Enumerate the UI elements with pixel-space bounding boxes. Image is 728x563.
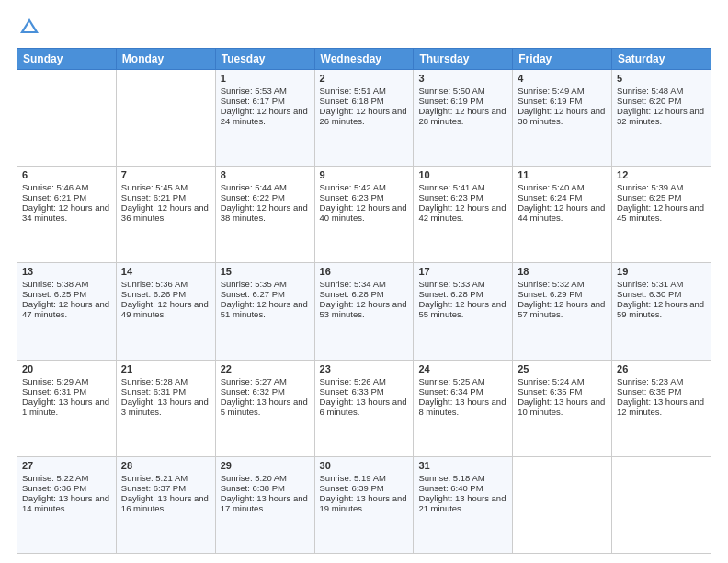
day-info: Sunrise: 5:44 AM: [221, 182, 310, 192]
calendar-cell: 21Sunrise: 5:28 AMSunset: 6:31 PMDayligh…: [116, 360, 215, 456]
day-info: Sunset: 6:17 PM: [221, 96, 310, 106]
calendar-cell: 20Sunrise: 5:29 AMSunset: 6:31 PMDayligh…: [17, 360, 117, 456]
calendar-cell: 7Sunrise: 5:45 AMSunset: 6:21 PMDaylight…: [116, 167, 215, 263]
day-number: 17: [418, 266, 507, 277]
calendar-cell: [612, 456, 711, 553]
calendar-week-row: 1Sunrise: 5:53 AMSunset: 6:17 PMDaylight…: [17, 70, 711, 167]
day-info: Daylight: 12 hours and 47 minutes.: [22, 299, 111, 319]
calendar-cell: 26Sunrise: 5:23 AMSunset: 6:35 PMDayligh…: [612, 360, 711, 456]
day-number: 29: [221, 460, 310, 471]
day-number: 20: [22, 363, 111, 374]
calendar-cell: 2Sunrise: 5:51 AMSunset: 6:18 PMDaylight…: [314, 70, 414, 167]
day-info: Daylight: 13 hours and 12 minutes.: [617, 396, 706, 417]
day-info: Sunset: 6:26 PM: [121, 289, 210, 299]
day-info: Sunrise: 5:36 AM: [121, 279, 210, 289]
day-info: Daylight: 12 hours and 38 minutes.: [221, 202, 310, 223]
day-number: 25: [518, 363, 607, 374]
day-info: Sunset: 6:20 PM: [617, 96, 706, 106]
day-info: Daylight: 12 hours and 30 minutes.: [518, 106, 607, 126]
day-number: 12: [617, 169, 706, 180]
day-info: Daylight: 12 hours and 36 minutes.: [121, 202, 210, 223]
header: [17, 15, 711, 40]
day-info: Sunset: 6:34 PM: [418, 386, 507, 396]
day-info: Sunset: 6:37 PM: [121, 483, 210, 493]
day-info: Daylight: 13 hours and 3 minutes.: [121, 396, 210, 417]
day-number: 10: [418, 169, 507, 180]
calendar-cell: 18Sunrise: 5:32 AMSunset: 6:29 PMDayligh…: [513, 263, 612, 360]
day-info: Sunset: 6:39 PM: [320, 483, 409, 493]
day-info: Sunrise: 5:19 AM: [320, 473, 409, 483]
day-info: Sunset: 6:23 PM: [320, 192, 409, 202]
day-info: Sunrise: 5:33 AM: [418, 279, 507, 289]
day-number: 31: [418, 460, 507, 471]
day-number: 24: [418, 363, 507, 374]
day-info: Sunrise: 5:20 AM: [221, 473, 310, 483]
calendar-cell: 4Sunrise: 5:49 AMSunset: 6:19 PMDaylight…: [513, 70, 612, 167]
day-number: 1: [221, 73, 310, 84]
day-info: Sunset: 6:31 PM: [22, 386, 111, 396]
day-info: Daylight: 12 hours and 45 minutes.: [617, 202, 706, 223]
day-number: 14: [121, 266, 210, 277]
calendar-cell: 17Sunrise: 5:33 AMSunset: 6:28 PMDayligh…: [414, 263, 513, 360]
day-info: Sunset: 6:35 PM: [617, 386, 706, 396]
calendar-cell: 1Sunrise: 5:53 AMSunset: 6:17 PMDaylight…: [215, 70, 314, 167]
calendar-cell: 22Sunrise: 5:27 AMSunset: 6:32 PMDayligh…: [215, 360, 314, 456]
col-tuesday: Tuesday: [215, 49, 314, 70]
day-info: Daylight: 13 hours and 1 minute.: [22, 396, 111, 417]
col-monday: Monday: [116, 49, 215, 70]
day-info: Sunrise: 5:42 AM: [320, 182, 409, 192]
day-info: Sunset: 6:19 PM: [518, 96, 607, 106]
calendar-cell: 11Sunrise: 5:40 AMSunset: 6:24 PMDayligh…: [513, 167, 612, 263]
day-info: Sunrise: 5:21 AM: [121, 473, 210, 483]
day-info: Sunset: 6:19 PM: [418, 96, 507, 106]
day-info: Sunset: 6:22 PM: [221, 192, 310, 202]
calendar-cell: 13Sunrise: 5:38 AMSunset: 6:25 PMDayligh…: [17, 263, 117, 360]
calendar-week-row: 13Sunrise: 5:38 AMSunset: 6:25 PMDayligh…: [17, 263, 711, 360]
day-info: Daylight: 12 hours and 28 minutes.: [418, 106, 507, 126]
day-number: 27: [22, 460, 111, 471]
calendar-cell: 12Sunrise: 5:39 AMSunset: 6:25 PMDayligh…: [612, 167, 711, 263]
day-info: Daylight: 12 hours and 53 minutes.: [320, 299, 409, 319]
day-number: 6: [22, 169, 111, 180]
day-info: Daylight: 12 hours and 44 minutes.: [518, 202, 607, 223]
day-info: Sunrise: 5:45 AM: [121, 182, 210, 192]
calendar-cell: 9Sunrise: 5:42 AMSunset: 6:23 PMDaylight…: [314, 167, 414, 263]
day-info: Sunset: 6:33 PM: [320, 386, 409, 396]
calendar-week-row: 20Sunrise: 5:29 AMSunset: 6:31 PMDayligh…: [17, 360, 711, 456]
col-sunday: Sunday: [17, 49, 117, 70]
day-number: 3: [418, 73, 507, 84]
day-info: Daylight: 12 hours and 26 minutes.: [320, 106, 409, 126]
day-number: 19: [617, 266, 706, 277]
day-info: Sunrise: 5:34 AM: [320, 279, 409, 289]
day-info: Sunrise: 5:26 AM: [320, 376, 409, 386]
calendar-cell: 29Sunrise: 5:20 AMSunset: 6:38 PMDayligh…: [215, 456, 314, 553]
day-info: Sunrise: 5:27 AM: [221, 376, 310, 386]
day-info: Sunset: 6:40 PM: [418, 483, 507, 493]
day-number: 22: [221, 363, 310, 374]
calendar-cell: 27Sunrise: 5:22 AMSunset: 6:36 PMDayligh…: [17, 456, 117, 553]
logo: [17, 15, 46, 40]
day-info: Sunrise: 5:24 AM: [518, 376, 607, 386]
day-info: Daylight: 12 hours and 57 minutes.: [518, 299, 607, 319]
day-info: Daylight: 12 hours and 34 minutes.: [22, 202, 111, 223]
day-info: Sunset: 6:24 PM: [518, 192, 607, 202]
calendar-cell: 23Sunrise: 5:26 AMSunset: 6:33 PMDayligh…: [314, 360, 414, 456]
day-info: Sunset: 6:21 PM: [22, 192, 111, 202]
day-info: Sunset: 6:30 PM: [617, 289, 706, 299]
day-info: Sunset: 6:28 PM: [418, 289, 507, 299]
day-info: Sunrise: 5:28 AM: [121, 376, 210, 386]
day-info: Sunrise: 5:39 AM: [617, 182, 706, 192]
calendar-week-row: 27Sunrise: 5:22 AMSunset: 6:36 PMDayligh…: [17, 456, 711, 553]
day-number: 2: [320, 73, 409, 84]
calendar-cell: 25Sunrise: 5:24 AMSunset: 6:35 PMDayligh…: [513, 360, 612, 456]
day-info: Sunrise: 5:53 AM: [221, 86, 310, 96]
day-info: Sunrise: 5:51 AM: [320, 86, 409, 96]
calendar-cell: 28Sunrise: 5:21 AMSunset: 6:37 PMDayligh…: [116, 456, 215, 553]
day-info: Sunset: 6:29 PM: [518, 289, 607, 299]
day-info: Daylight: 13 hours and 21 minutes.: [418, 493, 507, 513]
day-info: Sunrise: 5:49 AM: [518, 86, 607, 96]
day-info: Sunset: 6:28 PM: [320, 289, 409, 299]
day-info: Daylight: 13 hours and 8 minutes.: [418, 396, 507, 417]
calendar-cell: 6Sunrise: 5:46 AMSunset: 6:21 PMDaylight…: [17, 167, 117, 263]
calendar-cell: [116, 70, 215, 167]
